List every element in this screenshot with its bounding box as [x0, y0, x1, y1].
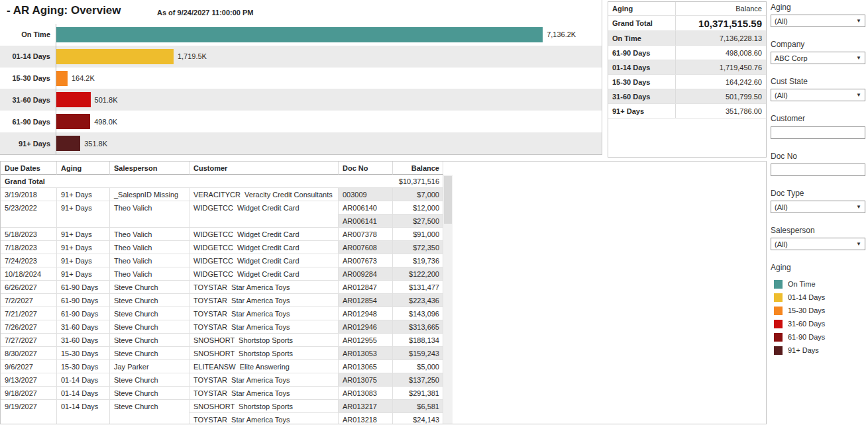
table-row[interactable]: 8/30/202715-30 DaysSteve ChurchSNOSHORT …: [1, 347, 443, 360]
table-row[interactable]: 7/24/202391+ DaysTheo ValichWIDGETCC Wid…: [1, 254, 443, 267]
table-row[interactable]: 7/21/202761-90 DaysSteve ChurchTOYSTAR S…: [1, 307, 443, 320]
customer-cell[interactable]: SNOSHORT Shortstop Sports: [190, 400, 339, 413]
aging-cell[interactable]: 61-90 Days: [57, 281, 110, 294]
salesperson-cell[interactable]: [110, 413, 190, 424]
summary-row-31-60-days[interactable]: 31-60 Days501,799.50: [608, 89, 766, 104]
bar-on-time[interactable]: [56, 27, 543, 42]
balance-cell[interactable]: $6,581: [393, 400, 443, 413]
salesperson-cell[interactable]: Theo Valich: [110, 241, 190, 254]
doc-no-cell[interactable]: AR006140: [339, 201, 393, 214]
aging-cell[interactable]: 15-30 Days: [57, 347, 110, 360]
doc-no-cell[interactable]: AR013217: [339, 400, 393, 413]
balance-cell[interactable]: $27,500: [393, 214, 443, 228]
salesperson-cell[interactable]: Steve Church: [110, 294, 190, 307]
due-date-cell[interactable]: 7/26/2027: [1, 320, 57, 334]
salesperson-cell[interactable]: Steve Church: [110, 400, 190, 413]
aging-cell[interactable]: 61-90 Days: [57, 307, 110, 320]
aging-cell[interactable]: 01-14 Days: [57, 373, 110, 387]
due-date-cell[interactable]: 8/30/2027: [1, 347, 57, 360]
legend-item-15-30-days[interactable]: 15-30 Days: [771, 304, 867, 317]
due-date-cell[interactable]: 9/19/2027: [1, 400, 57, 413]
due-date-cell[interactable]: 10/18/2024: [1, 267, 57, 281]
table-row[interactable]: 7/26/202731-60 DaysSteve ChurchTOYSTAR S…: [1, 320, 443, 334]
column-header-due-dates[interactable]: Due Dates: [1, 162, 57, 175]
due-date-cell[interactable]: 7/2/2027: [1, 294, 57, 307]
aging-cell[interactable]: 91+ Days: [57, 254, 110, 267]
filter-dropdown-aging[interactable]: (All)▼: [771, 15, 865, 27]
balance-cell[interactable]: $5,000: [393, 360, 443, 373]
summary-row-grand-total[interactable]: Grand Total10,371,515.59: [608, 16, 766, 31]
summary-row-91-days[interactable]: 91+ Days351,786.00: [608, 104, 766, 119]
legend-item-91-days[interactable]: 91+ Days: [771, 344, 867, 357]
doc-no-cell[interactable]: AR007608: [339, 241, 393, 254]
doc-no-cell[interactable]: AR013218: [339, 413, 393, 424]
balance-cell[interactable]: $7,000: [393, 188, 443, 201]
due-date-cell[interactable]: 5/18/2023: [1, 228, 57, 241]
doc-no-cell[interactable]: AR013075: [339, 373, 393, 387]
legend-item-31-60-days[interactable]: 31-60 Days: [771, 317, 867, 330]
summary-header-aging[interactable]: Aging: [608, 2, 676, 15]
grand-total-row[interactable]: Grand Total$10,371,516: [1, 175, 443, 188]
due-date-cell[interactable]: 5/23/2022: [1, 201, 57, 214]
customer-cell[interactable]: ELITEANSW Elite Answering: [190, 360, 339, 373]
bar-31-60-days[interactable]: [56, 92, 91, 107]
table-row[interactable]: 9/6/202715-30 DaysJay ParkerELITEANSW El…: [1, 360, 443, 373]
customer-cell[interactable]: TOYSTAR Star America Toys: [190, 281, 339, 294]
due-date-cell[interactable]: [1, 413, 57, 424]
customer-cell[interactable]: TOYSTAR Star America Toys: [190, 387, 339, 400]
aging-cell[interactable]: 31-60 Days: [57, 320, 110, 334]
bar-01-14-days[interactable]: [56, 49, 174, 64]
customer-cell[interactable]: TOYSTAR Star America Toys: [190, 320, 339, 334]
aging-cell[interactable]: 91+ Days: [57, 241, 110, 254]
due-date-cell[interactable]: [1, 214, 57, 228]
bar-61-90-days[interactable]: [56, 114, 90, 129]
doc-no-cell[interactable]: AR012955: [339, 334, 393, 347]
column-header-salesperson[interactable]: Salesperson: [110, 162, 190, 175]
due-date-cell[interactable]: 9/18/2027: [1, 387, 57, 400]
summary-row-15-30-days[interactable]: 15-30 Days164,242.60: [608, 75, 766, 89]
summary-header-balance[interactable]: Balance: [676, 5, 766, 13]
salesperson-cell[interactable]: Theo Valich: [110, 228, 190, 241]
filter-dropdown-company[interactable]: ABC Corp▼: [771, 52, 865, 64]
aging-cell[interactable]: 91+ Days: [57, 188, 110, 201]
table-row[interactable]: 7/2/202761-90 DaysSteve ChurchTOYSTAR St…: [1, 294, 443, 307]
aging-cell[interactable]: 31-60 Days: [57, 334, 110, 347]
table-row[interactable]: 9/19/202701-14 DaysSteve ChurchSNOSHORT …: [1, 400, 443, 413]
balance-cell[interactable]: $159,243: [393, 347, 443, 360]
table-row[interactable]: TOYSTAR Star America ToysAR013218$24,143: [1, 413, 443, 424]
aging-cell[interactable]: 15-30 Days: [57, 360, 110, 373]
column-header-aging[interactable]: Aging: [57, 162, 110, 175]
table-row[interactable]: 10/18/202491+ DaysTheo ValichWIDGETCC Wi…: [1, 267, 443, 281]
due-date-cell[interactable]: 6/26/2027: [1, 281, 57, 294]
customer-cell[interactable]: WIDGETCC Widget Credit Card: [190, 201, 339, 214]
due-date-cell[interactable]: 7/18/2023: [1, 241, 57, 254]
doc-no-cell[interactable]: 003009: [339, 188, 393, 201]
summary-row-01-14-days[interactable]: 01-14 Days1,719,450.76: [608, 60, 766, 75]
scrollbar-thumb[interactable]: [444, 176, 452, 224]
table-vertical-scrollbar[interactable]: [443, 175, 453, 424]
bar-91-days[interactable]: [56, 136, 80, 151]
filter-dropdown-cust-state[interactable]: (All)▼: [771, 89, 865, 101]
salesperson-cell[interactable]: [110, 214, 190, 228]
balance-cell[interactable]: $122,200: [393, 267, 443, 281]
customer-cell[interactable]: TOYSTAR Star America Toys: [190, 413, 339, 424]
aging-cell[interactable]: 91+ Days: [57, 267, 110, 281]
balance-cell[interactable]: $188,134: [393, 334, 443, 347]
customer-cell[interactable]: WIDGETCC Widget Credit Card: [190, 254, 339, 267]
salesperson-cell[interactable]: Steve Church: [110, 320, 190, 334]
doc-no-cell[interactable]: AR013053: [339, 347, 393, 360]
customer-cell[interactable]: SNOSHORT Shortstop Sports: [190, 347, 339, 360]
balance-cell[interactable]: $143,096: [393, 307, 443, 320]
doc-no-cell[interactable]: AR012854: [339, 294, 393, 307]
customer-cell[interactable]: TOYSTAR Star America Toys: [190, 373, 339, 387]
doc-no-cell[interactable]: AR006141: [339, 214, 393, 228]
customer-cell[interactable]: WIDGETCC Widget Credit Card: [190, 228, 339, 241]
filter-dropdown-salesperson[interactable]: (All)▼: [771, 238, 865, 250]
legend-item-on-time[interactable]: On Time: [771, 277, 867, 291]
filter-input-customer[interactable]: [771, 126, 865, 139]
balance-cell[interactable]: $291,381: [393, 387, 443, 400]
salesperson-cell[interactable]: Jay Parker: [110, 360, 190, 373]
due-date-cell[interactable]: 3/19/2018: [1, 188, 57, 201]
balance-cell[interactable]: $313,665: [393, 320, 443, 334]
due-date-cell[interactable]: 7/27/2027: [1, 334, 57, 347]
